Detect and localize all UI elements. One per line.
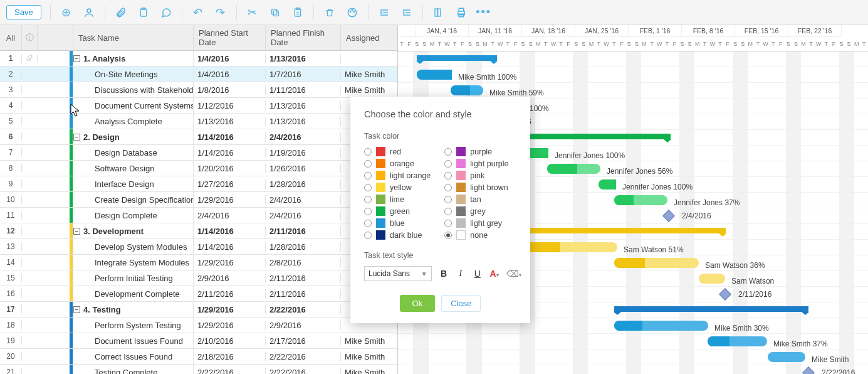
planned-start-cell[interactable]: 2/4/2016 xyxy=(194,211,266,220)
color-option-green[interactable]: green xyxy=(364,206,431,216)
table-row[interactable]: 10Create Design Specification1/29/20162/… xyxy=(0,192,397,208)
cut-icon[interactable]: ✂ xyxy=(246,6,259,19)
table-row[interactable]: 7Design Database1/14/20161/19/2016 xyxy=(0,145,397,161)
task-bar[interactable]: Mike Smith 37% xyxy=(708,336,767,346)
task-name-cell[interactable]: Create Design Specification xyxy=(73,192,194,207)
task-name-cell[interactable]: Software Design xyxy=(73,161,194,176)
table-row[interactable]: 12−3. Development1/14/20162/11/2016 xyxy=(0,223,397,239)
color-option-tan[interactable]: tan xyxy=(444,195,508,204)
task-name-cell[interactable]: −3. Development xyxy=(73,223,194,238)
summary-bar[interactable] xyxy=(501,228,726,233)
table-row[interactable]: 14Integrate System Modules1/29/20162/8/2… xyxy=(0,255,397,270)
task-bar[interactable]: Mike Smith xyxy=(768,352,805,362)
milestone-marker[interactable] xyxy=(802,366,815,374)
planned-finish-cell[interactable]: 2/11/2016 xyxy=(266,289,341,299)
person-icon[interactable] xyxy=(82,6,96,19)
table-row[interactable]: 21Testing Complete2/22/20162/22/2016Mike… xyxy=(0,365,397,374)
save-button[interactable]: Save xyxy=(6,5,41,19)
color-option-light-grey[interactable]: light grey xyxy=(444,218,508,228)
header-info-icon[interactable]: ⓘ xyxy=(22,25,38,50)
planned-finish-cell[interactable]: 1/19/2016 xyxy=(266,148,341,158)
task-name-cell[interactable]: −1. Analysis xyxy=(73,51,194,66)
print-icon[interactable] xyxy=(454,6,468,19)
milestone-marker[interactable] xyxy=(662,210,675,222)
planned-start-cell[interactable]: 2/9/2016 xyxy=(194,274,266,283)
task-bar[interactable]: Jennifer Jones 56% xyxy=(547,164,600,174)
planned-start-cell[interactable]: 1/29/2016 xyxy=(194,321,266,330)
task-name-cell[interactable]: Interface Design xyxy=(73,176,194,191)
table-row[interactable]: 17−4. Testing1/29/20162/22/2016 xyxy=(0,302,397,318)
planned-finish-cell[interactable]: 2/9/2016 xyxy=(266,321,341,330)
task-bar[interactable]: Sam Watson xyxy=(699,274,725,284)
table-row[interactable]: 20Correct Issues Found2/18/20162/22/2016… xyxy=(0,349,397,365)
task-name-cell[interactable]: Perform System Testing xyxy=(73,318,194,333)
color-option-grey[interactable]: grey xyxy=(444,206,508,216)
task-name-cell[interactable]: Analysis Complete xyxy=(73,114,194,129)
task-name-cell[interactable]: Correct Issues Found xyxy=(73,349,194,364)
color-option-red[interactable]: red xyxy=(364,147,431,156)
planned-start-cell[interactable]: 1/20/2016 xyxy=(194,164,266,173)
redo-icon[interactable]: ↷ xyxy=(214,6,227,19)
assigned-cell[interactable]: Mike Smith xyxy=(341,85,397,95)
ok-button[interactable]: Ok xyxy=(400,295,436,312)
planned-finish-cell[interactable]: 1/13/2016 xyxy=(266,101,341,110)
assigned-cell[interactable]: Mike Smith xyxy=(341,70,397,79)
milestone-marker[interactable] xyxy=(719,288,731,301)
table-row[interactable]: 11Design Complete2/4/20162/4/2016 xyxy=(0,208,397,223)
summary-bar[interactable] xyxy=(417,55,497,61)
color-option-orange[interactable]: orange xyxy=(364,159,431,168)
task-name-cell[interactable]: Testing Complete xyxy=(73,365,194,374)
planned-finish-cell[interactable]: 2/22/2016 xyxy=(266,368,341,374)
color-option-dark-blue[interactable]: dark blue xyxy=(364,230,431,240)
planned-start-cell[interactable]: 2/11/2016 xyxy=(194,289,266,299)
planned-start-cell[interactable]: 1/14/2016 xyxy=(194,227,266,236)
task-bar[interactable]: Mike Smith 59% xyxy=(451,85,483,95)
assigned-cell[interactable]: Mike Smith xyxy=(341,352,397,361)
task-name-cell[interactable]: Design Database xyxy=(73,145,194,160)
planned-start-cell[interactable]: 1/27/2016 xyxy=(194,179,266,189)
planned-finish-cell[interactable]: 1/11/2016 xyxy=(266,85,341,95)
table-row[interactable]: 9Interface Design1/27/20161/28/2016 xyxy=(0,176,397,192)
task-name-cell[interactable]: −2. Design xyxy=(73,129,194,144)
copy-icon[interactable] xyxy=(268,6,282,19)
task-name-cell[interactable]: Integrate System Modules xyxy=(73,255,194,270)
table-row[interactable]: 1−1. Analysis1/4/20161/13/2016 xyxy=(0,51,397,67)
color-option-yellow[interactable]: yellow xyxy=(364,183,431,192)
outdent-icon[interactable] xyxy=(377,6,391,19)
gantt-row[interactable]: Mike Smith xyxy=(398,350,868,365)
bold-button[interactable]: B xyxy=(439,269,449,279)
planned-finish-cell[interactable]: 2/4/2016 xyxy=(266,211,341,220)
color-option-purple[interactable]: purple xyxy=(444,147,508,156)
attachment-icon[interactable] xyxy=(114,6,128,19)
header-start[interactable]: Planned Start Date xyxy=(194,25,266,50)
font-select[interactable]: Lucida Sans▼ xyxy=(364,266,432,281)
gantt-row[interactable]: Mike Smith 37% xyxy=(398,334,868,350)
table-row[interactable]: 2On-Site Meetings1/4/20161/7/2016Mike Sm… xyxy=(0,67,397,82)
planned-start-cell[interactable]: 1/8/2016 xyxy=(194,85,266,95)
planned-finish-cell[interactable]: 2/11/2016 xyxy=(266,274,341,283)
gantt-row[interactable] xyxy=(398,51,868,67)
planned-start-cell[interactable]: 1/13/2016 xyxy=(194,117,266,126)
planned-start-cell[interactable]: 1/4/2016 xyxy=(194,54,266,63)
color-option-blue[interactable]: blue xyxy=(364,218,431,228)
header-assigned[interactable]: Assigned xyxy=(341,25,397,50)
delete-icon[interactable] xyxy=(323,6,337,19)
assigned-cell[interactable]: Mike Smith xyxy=(341,336,397,346)
table-row[interactable]: 16Development Complete2/11/20162/11/2016 xyxy=(0,286,397,302)
task-name-cell[interactable]: Perform Initial Testing xyxy=(73,270,194,286)
paste-icon[interactable] xyxy=(291,6,305,19)
planned-finish-cell[interactable]: 2/8/2016 xyxy=(266,258,341,267)
task-name-cell[interactable]: Discussions with Stakeholders xyxy=(73,82,194,97)
planned-start-cell[interactable]: 1/14/2016 xyxy=(194,132,266,142)
header-finish[interactable]: Planned Finish Date xyxy=(266,25,341,50)
planned-start-cell[interactable]: 2/22/2016 xyxy=(194,368,266,374)
task-bar[interactable]: Jennifer Jones 37% xyxy=(614,195,667,205)
table-row[interactable]: 18Perform System Testing1/29/20162/9/201… xyxy=(0,318,397,333)
underline-button[interactable]: U xyxy=(473,269,482,279)
task-name-cell[interactable]: Design Complete xyxy=(73,208,194,223)
planned-finish-cell[interactable]: 2/17/2016 xyxy=(266,336,341,346)
more-icon[interactable]: ••• xyxy=(477,6,491,19)
table-row[interactable]: 4Document Current Systems1/12/20161/13/2… xyxy=(0,98,397,114)
task-name-cell[interactable]: Develop System Modules xyxy=(73,239,194,254)
planned-finish-cell[interactable]: 1/26/2016 xyxy=(266,164,341,173)
